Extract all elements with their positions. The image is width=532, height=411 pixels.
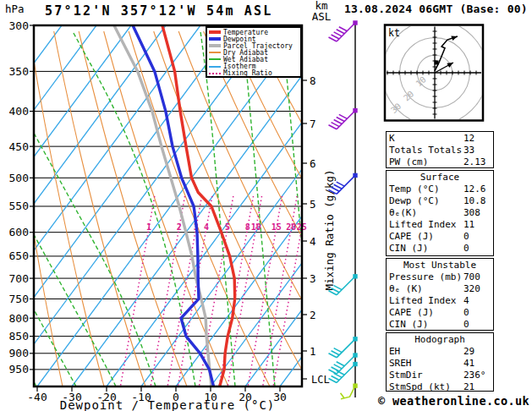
legend-item: Mixing Ratio <box>207 70 300 77</box>
row-label: θₑ(K) <box>389 207 417 218</box>
svg-text:2: 2 <box>310 309 316 321</box>
stats-table-indices: K12Totals Totals33PW (cm)2.13 <box>386 131 494 168</box>
legend-line-sample <box>209 52 221 53</box>
table-row: Dewp (°C)10.8 <box>389 195 493 207</box>
legend-line-sample <box>209 37 221 41</box>
row-label: CAPE (J) <box>389 307 434 318</box>
row-label: Temp (°C) <box>389 184 440 195</box>
svg-text:750: 750 <box>9 293 29 305</box>
wind-barb <box>329 20 358 41</box>
table-row: StmDir236° <box>389 370 493 381</box>
svg-text:5: 5 <box>310 198 316 211</box>
svg-text:700: 700 <box>9 272 29 285</box>
legend-line-sample <box>209 30 221 34</box>
hodograph-unit-label: kt <box>388 27 400 39</box>
sounding-page: 1234581015202530035040045050055060065070… <box>0 0 532 411</box>
table-row: CAPE (J)0 <box>389 307 493 319</box>
svg-text:850: 850 <box>9 330 29 342</box>
row-value: 4 <box>463 295 469 307</box>
row-value: 33 <box>463 145 474 156</box>
page-title: 57°12'N 357°12'W 54m ASL <box>45 3 273 19</box>
legend-box: TemperatureDewpointParcel TrajectoryDry … <box>206 26 302 78</box>
row-value: 10.8 <box>463 195 486 207</box>
table-section-title: Hodograph <box>389 334 493 346</box>
altitude-unit-asl: ASL <box>308 11 335 22</box>
svg-text:8: 8 <box>310 74 316 87</box>
row-label: Lifted Index <box>389 295 456 306</box>
row-value: 2.13 <box>463 156 486 168</box>
svg-text:350: 350 <box>9 65 29 78</box>
wind-barb <box>329 108 358 129</box>
row-label: CIN (J) <box>389 319 428 330</box>
table-row: θₑ (K)320 <box>389 283 493 295</box>
svg-text:1: 1 <box>146 222 151 232</box>
legend-line-sample <box>209 66 221 68</box>
row-value: 0 <box>463 243 469 255</box>
row-value: 21 <box>463 381 474 393</box>
svg-text:10: 10 <box>251 222 261 232</box>
svg-text:6: 6 <box>310 157 316 170</box>
table-row: Temp (°C)12.6 <box>389 184 493 195</box>
legend-line-sample <box>209 44 221 47</box>
copyright-label: © weatheronline.co.uk <box>378 394 529 408</box>
dewpoint-curve <box>133 25 214 386</box>
mixing-ratio-axis-title: Mixing Ratio (g/kg) <box>323 170 336 291</box>
table-row: Lifted Index11 <box>389 219 493 231</box>
svg-text:Dewpoint / Temperature (°C): Dewpoint / Temperature (°C) <box>60 398 276 411</box>
table-row: CIN (J)0 <box>389 243 493 255</box>
table-row: SREH41 <box>389 358 493 370</box>
svg-text:500: 500 <box>9 172 29 184</box>
row-value: 29 <box>463 346 474 358</box>
row-label: StmSpd (kt) <box>389 381 451 392</box>
table-row: Lifted Index4 <box>389 295 493 307</box>
svg-text:LCL: LCL <box>311 374 330 386</box>
table-row: StmSpd (kt)21 <box>389 381 493 393</box>
row-value: 320 <box>463 283 480 295</box>
hodograph-marker <box>435 60 439 64</box>
row-value: 12.6 <box>463 184 486 195</box>
indices-tables: K12Totals Totals33PW (cm)2.13SurfaceTemp… <box>386 131 494 393</box>
table-row: EH29 <box>389 346 493 358</box>
table-row: CAPE (J)0 <box>389 231 493 243</box>
x-axis-title: Dewpoint / Temperature (°C) <box>60 398 276 411</box>
svg-text:Mixing Ratio (g/kg): Mixing Ratio (g/kg) <box>323 170 336 291</box>
legend-item-label: Mixing Ratio <box>223 69 272 77</box>
svg-text:4: 4 <box>204 222 209 232</box>
svg-text:400: 400 <box>9 105 29 118</box>
row-label: Totals Totals <box>389 145 462 156</box>
hodograph-trace <box>435 36 458 71</box>
row-value: 12 <box>463 133 474 145</box>
row-value: 11 <box>463 219 474 231</box>
hodograph-panel: 102030kt <box>382 20 487 125</box>
row-label: Pressure (mb) <box>389 271 462 282</box>
pressure-tick-labels: 3003504004505005506006507007508008509009… <box>9 19 34 376</box>
row-value: 0 <box>463 307 469 319</box>
svg-text:1: 1 <box>310 345 316 358</box>
row-label: θₑ (K) <box>389 283 423 294</box>
datetime-label: 13.08.2024 06GMT (Base: 00) <box>344 3 528 15</box>
legend-line-sample <box>209 58 221 60</box>
stats-table-most-unstable: Most UnstablePressure (mb)700θₑ (K)320Li… <box>386 258 494 331</box>
table-row: CIN (J)0 <box>389 319 493 331</box>
row-value: 236° <box>463 370 486 381</box>
svg-text:30: 30 <box>273 391 287 403</box>
pressure-axis-unit: hPa <box>5 3 25 15</box>
mixing-ratio-value-labels: 12345810152025 <box>146 222 307 232</box>
row-label: EH <box>389 346 400 357</box>
svg-text:15: 15 <box>271 222 282 232</box>
svg-text:3: 3 <box>310 272 316 285</box>
table-row: Totals Totals33 <box>389 145 493 156</box>
row-label: Dewp (°C) <box>389 195 440 206</box>
svg-text:550: 550 <box>9 200 29 212</box>
row-value: 41 <box>463 358 474 370</box>
svg-text:5: 5 <box>225 222 230 232</box>
table-section-title: Surface <box>389 172 493 184</box>
svg-text:950: 950 <box>9 363 29 375</box>
row-label: Lifted Index <box>389 219 456 230</box>
svg-text:4: 4 <box>310 235 316 248</box>
row-value: 0 <box>463 319 469 331</box>
row-label: SREH <box>389 358 412 369</box>
svg-text:10: 10 <box>414 74 428 88</box>
svg-text:2: 2 <box>177 222 182 232</box>
row-label: CIN (J) <box>389 243 428 254</box>
